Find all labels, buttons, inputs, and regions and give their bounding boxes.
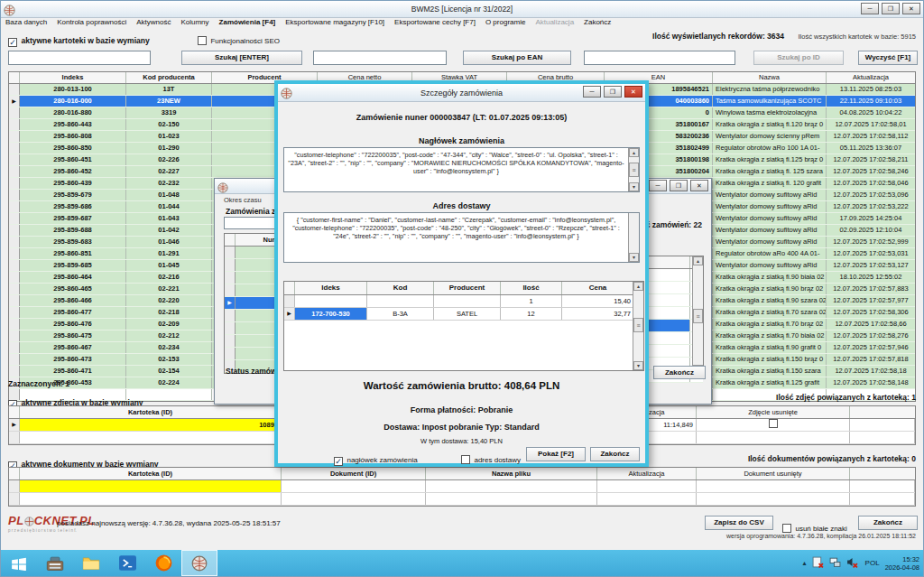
cell: 295-860-451 bbox=[20, 154, 126, 165]
server-manager-icon[interactable] bbox=[37, 550, 73, 576]
order-header-textarea[interactable]: "customer-telephone" : "722200035", "pos… bbox=[283, 147, 640, 192]
clear-button[interactable]: Wyczyść [F1] bbox=[858, 51, 918, 65]
scroll-up-icon[interactable]: ▴ bbox=[629, 148, 639, 157]
maximize-button[interactable]: ❐ bbox=[670, 180, 688, 191]
search-ean-input[interactable] bbox=[313, 51, 447, 65]
row-selector bbox=[9, 143, 20, 154]
delivery-address-checkbox[interactable]: adres dostawy bbox=[461, 450, 521, 466]
close-button[interactable]: ✕ bbox=[624, 86, 642, 98]
cell: Elektryczna taśma półprzewodniko bbox=[713, 84, 827, 95]
column-header[interactable]: Aktualizacja bbox=[597, 468, 697, 479]
network-tray-icon[interactable] bbox=[829, 555, 841, 572]
order-header-checkbox[interactable]: nagłówek zamówienia bbox=[334, 450, 418, 466]
selection-count-label: Zaznaczonych: 1 bbox=[8, 379, 69, 388]
menu-item[interactable]: Baza danych bbox=[5, 18, 47, 26]
minimize-button[interactable]: ─ bbox=[583, 86, 601, 98]
row-selector-header bbox=[9, 72, 20, 83]
show-button[interactable]: Pokaż [F2] bbox=[526, 447, 586, 461]
scroll-up-icon[interactable]: ▴ bbox=[633, 282, 643, 291]
scroll-thumb[interactable]: ≡ bbox=[629, 163, 639, 177]
menu-item[interactable]: O programie bbox=[485, 18, 525, 26]
menu-item[interactable]: Aktywność bbox=[136, 18, 171, 26]
column-header[interactable]: Kartoteka (ID) bbox=[20, 468, 282, 479]
row-selector bbox=[9, 330, 20, 341]
file-explorer-icon[interactable] bbox=[73, 550, 109, 576]
orders-close-button[interactable]: Zakończ bbox=[653, 366, 706, 379]
scroll-up-icon[interactable]: ▴ bbox=[693, 256, 703, 265]
search-id-button[interactable]: Szukaj po ID bbox=[753, 51, 844, 65]
order-item-row[interactable]: ▶172-700-530B-3ASATEL1232,77 bbox=[284, 308, 643, 321]
menu-item[interactable]: Eksportowane cechy [F7] bbox=[394, 18, 476, 26]
column-header[interactable]: Aktualizacja bbox=[827, 72, 915, 83]
delivery-address-textarea[interactable]: { "customer-first-name" : "Daniel", "cus… bbox=[283, 212, 640, 263]
cell: 02-227 bbox=[126, 166, 212, 177]
cell bbox=[367, 295, 434, 307]
cell: Taśma samowulkanizująca SCOTC bbox=[713, 96, 827, 107]
menu-item[interactable]: Zamówienia [F4] bbox=[219, 18, 276, 26]
column-header[interactable]: Ilość bbox=[501, 282, 562, 294]
minimize-button[interactable]: ─ bbox=[861, 3, 879, 14]
checkbox-icon bbox=[461, 455, 470, 464]
column-header[interactable]: Ideks bbox=[295, 282, 367, 294]
column-header[interactable]: Kod producenta bbox=[126, 72, 212, 83]
scroll-thumb[interactable]: ≡ bbox=[633, 318, 643, 332]
close-button[interactable]: ✕ bbox=[902, 3, 920, 14]
column-header[interactable]: Dokument (ID) bbox=[282, 468, 426, 479]
search-input[interactable] bbox=[8, 51, 151, 65]
column-header[interactable]: Kartoteka (ID) bbox=[20, 406, 282, 418]
cell: Wentylator domowy sufitowy aRid bbox=[713, 260, 827, 271]
scroll-down-icon[interactable]: ▾ bbox=[629, 182, 639, 191]
scroll-thumb[interactable]: ≡ bbox=[693, 309, 703, 323]
server-alert-tray-icon[interactable] bbox=[812, 555, 824, 572]
textarea-scrollbar[interactable]: ▴ ≡ ▾ bbox=[628, 148, 639, 191]
row-selector bbox=[9, 260, 20, 271]
scroll-down-icon[interactable]: ▾ bbox=[629, 253, 639, 262]
exit-button[interactable]: Zakończ bbox=[858, 516, 918, 530]
close-button[interactable]: ✕ bbox=[690, 180, 708, 191]
version-label: posiadasz najnowszą wersję: 4.7.36.28, w… bbox=[57, 519, 281, 527]
cell: 18.10.2025 12:55:02 bbox=[827, 272, 915, 283]
menu-item[interactable]: Kolumny bbox=[180, 18, 208, 26]
row-selector bbox=[9, 225, 20, 236]
items-scrollbar[interactable]: ▴ ≡ ▾ bbox=[633, 282, 643, 370]
firefox-icon[interactable] bbox=[145, 550, 181, 576]
column-header[interactable]: Nazwa bbox=[713, 72, 827, 83]
maximize-button[interactable]: ❐ bbox=[604, 86, 622, 98]
tray-expand-icon[interactable]: ▴ bbox=[803, 559, 807, 567]
dialog-close-button[interactable]: Zakończ bbox=[590, 447, 640, 461]
volume-muted-tray-icon[interactable] bbox=[846, 555, 858, 572]
cell: Winylowa taśma elektroizolacyjna bbox=[713, 107, 827, 118]
column-header[interactable]: Indeks bbox=[20, 72, 126, 83]
orders-scrollbar[interactable]: ▴ ≡ ▾ bbox=[692, 256, 703, 374]
menu-item[interactable]: Aktualizacja bbox=[535, 18, 574, 26]
language-indicator[interactable]: POL bbox=[865, 559, 880, 567]
menu-item[interactable]: Zakończ bbox=[584, 18, 611, 26]
photo-deleted-checkbox[interactable] bbox=[769, 419, 778, 428]
powershell-icon[interactable] bbox=[109, 550, 145, 576]
seo-checkbox[interactable]: Funkcjonalności SEO bbox=[198, 31, 280, 47]
column-header[interactable]: Producent bbox=[434, 282, 501, 294]
search-enter-button[interactable]: Szukaj [ENTER] bbox=[181, 51, 302, 65]
textarea-scrollbar[interactable]: ▾ bbox=[628, 213, 639, 262]
cell: 05.11.2025 13:36:07 bbox=[827, 143, 915, 154]
active-records-checkbox[interactable]: aktywne kartoteki w bazie wymiany bbox=[8, 31, 150, 47]
bwm2s-app-taskbar-button[interactable] bbox=[181, 550, 217, 576]
column-header[interactable]: Nazwa pliku bbox=[426, 468, 597, 479]
menu-item[interactable]: Eksportowane magazyny [F10] bbox=[285, 18, 384, 26]
column-header[interactable]: Dokument usunięty bbox=[697, 468, 850, 479]
maximize-button[interactable]: ❐ bbox=[882, 3, 900, 14]
column-header[interactable]: Zdjęcie usunięte bbox=[697, 406, 850, 418]
column-header[interactable]: Cena bbox=[562, 282, 634, 294]
save-csv-button[interactable]: Zapisz do CSV bbox=[705, 516, 773, 530]
order-item-row[interactable]: 115,40 bbox=[284, 295, 643, 308]
search-ean-button[interactable]: Szukaj po EAN bbox=[463, 51, 571, 65]
document-row[interactable] bbox=[9, 480, 915, 493]
taskbar-clock[interactable]: 15:32 2026-04-08 bbox=[885, 555, 919, 572]
search-id-input[interactable] bbox=[584, 51, 735, 65]
start-button[interactable] bbox=[1, 550, 37, 576]
column-header[interactable]: Kod bbox=[367, 282, 434, 294]
scroll-down-icon[interactable]: ▾ bbox=[633, 361, 643, 370]
menu-item[interactable]: Kontrola poprawności bbox=[57, 18, 126, 26]
cell: 295-860-477 bbox=[20, 307, 126, 318]
minimize-button[interactable]: ─ bbox=[649, 180, 667, 191]
